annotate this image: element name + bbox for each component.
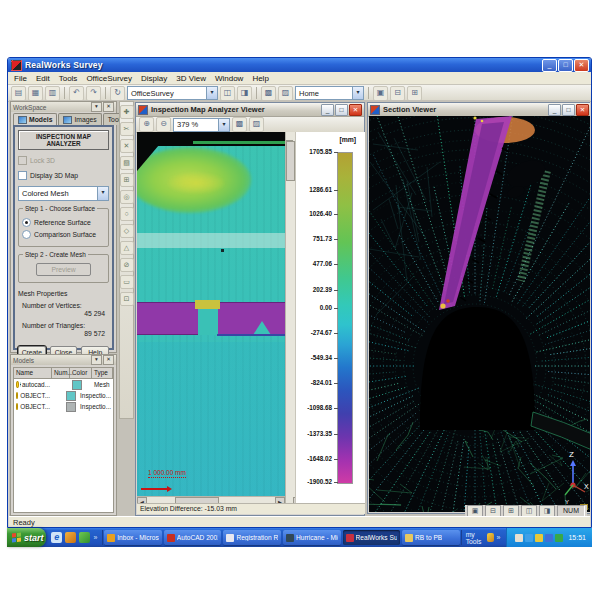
triangle-tool-icon[interactable]: △ [120, 241, 134, 255]
cascade-icon[interactable]: ▣ [373, 86, 388, 101]
maximize-icon[interactable]: □ [562, 104, 575, 116]
quick-launch-icon[interactable] [79, 532, 90, 543]
visibility-bulb-icon[interactable] [16, 381, 19, 388]
select-icon[interactable]: ✚ [120, 105, 134, 119]
table-row[interactable]: OBJECT... Inspectio... [14, 401, 113, 412]
target-icon[interactable]: ◎ [120, 190, 134, 204]
inspection-heatmap-canvas[interactable]: 1 000.00 mm [137, 132, 285, 496]
minimize-icon[interactable]: _ [548, 104, 561, 116]
map-flip-icon[interactable]: ▨ [278, 86, 293, 101]
scrollbar-thumb[interactable] [286, 141, 295, 181]
menu-edit[interactable]: Edit [36, 74, 50, 83]
maximize-icon[interactable]: □ [558, 59, 573, 72]
open-icon[interactable]: ▤ [11, 86, 26, 101]
map-viewer-titlebar[interactable]: Inspection Map Analyzer Viewer _ □ ✕ [136, 103, 364, 117]
tray-icon[interactable] [545, 534, 553, 542]
fit-grid-icon[interactable]: ⊞ [120, 173, 134, 187]
column-name[interactable]: Name [14, 368, 52, 378]
undo-icon[interactable]: ↶ [69, 86, 84, 101]
maximize-icon[interactable]: □ [335, 104, 348, 116]
tile-h-icon[interactable]: ⊟ [390, 86, 405, 101]
tray-icon[interactable] [525, 534, 533, 542]
close-icon[interactable]: ✕ [103, 102, 114, 112]
table-row[interactable]: OBJECT... Inspectio... [14, 390, 113, 401]
diamond-tool-icon[interactable]: ◇ [120, 224, 134, 238]
cut-icon[interactable]: ✂ [120, 122, 134, 136]
refresh-icon[interactable]: ↻ [110, 86, 125, 101]
view-b-icon[interactable]: ◨ [237, 86, 252, 101]
minimize-icon[interactable]: _ [321, 104, 334, 116]
close-icon[interactable]: ✕ [349, 104, 362, 116]
section-viewer-titlebar[interactable]: Section Viewer _ □ ✕ [368, 103, 590, 117]
vertical-scrollbar[interactable]: ▲ ▼ [285, 132, 295, 506]
menu-3dview[interactable]: 3D View [176, 74, 206, 83]
column-num[interactable]: Num... [52, 368, 70, 378]
radio-icon[interactable] [22, 230, 31, 239]
save-icon[interactable]: ▦ [28, 86, 43, 101]
segment-icon[interactable]: ▧ [120, 156, 134, 170]
map-mode-icon[interactable]: ▩ [232, 117, 247, 132]
menu-display[interactable]: Display [141, 74, 167, 83]
comparison-surface-radio[interactable]: Comparison Surface [22, 230, 105, 239]
chevron-down-icon[interactable]: ▾ [206, 87, 217, 99]
officesurvey-combo[interactable]: OfficeSurvey ▾ [127, 86, 218, 100]
tray-icon[interactable] [515, 534, 523, 542]
radio-icon[interactable] [22, 218, 31, 227]
menu-file[interactable]: File [14, 74, 27, 83]
reference-surface-radio[interactable]: Reference Surface [22, 218, 105, 227]
tab-images[interactable]: Images [58, 113, 101, 125]
close-icon[interactable]: ✕ [574, 59, 589, 72]
view-a-icon[interactable]: ◫ [220, 86, 235, 101]
visibility-bulb-icon[interactable] [16, 403, 18, 410]
chevron-down-icon[interactable]: ▾ [97, 187, 108, 200]
overflow-chevron-icon[interactable]: » [497, 534, 501, 541]
delete-icon[interactable]: ✕ [120, 139, 134, 153]
display-3d-map-checkbox[interactable]: Display 3D Map [18, 171, 109, 180]
column-color[interactable]: Color [70, 368, 92, 378]
menu-window[interactable]: Window [215, 74, 243, 83]
chevron-down-icon[interactable]: ▾ [352, 87, 363, 99]
eye-icon[interactable] [20, 382, 21, 387]
chevron-down-icon[interactable]: ▾ [91, 102, 102, 112]
checkbox-icon[interactable] [18, 171, 27, 180]
map-flip-icon[interactable]: ▨ [249, 117, 264, 132]
ie-icon[interactable]: e [51, 532, 62, 543]
mesh-type-select[interactable]: Colored Mesh ▾ [18, 186, 109, 201]
zoom-level-combo[interactable]: 379 % ▾ [173, 118, 230, 132]
close-icon[interactable]: ✕ [576, 104, 589, 116]
taskbar-task-registration[interactable]: Registration Rep... [223, 530, 281, 545]
taskbar-task-autocad[interactable]: AutoCAD 2002 [164, 530, 222, 545]
tab-models[interactable]: Models [13, 113, 57, 125]
minimize-icon[interactable]: _ [542, 59, 557, 72]
zoom-out-icon[interactable]: ⊖ [156, 117, 171, 132]
chevron-down-icon[interactable]: ▾ [91, 355, 102, 365]
redo-icon[interactable]: ↷ [86, 86, 101, 101]
taskbar-task-hurricane[interactable]: Hurricane - Micro... [283, 530, 341, 545]
slash-tool-icon[interactable]: ⊘ [120, 258, 134, 272]
taskbar-task-rbtopb[interactable]: RB to PB [402, 530, 460, 545]
tile-v-icon[interactable]: ⊞ [407, 86, 422, 101]
home-combo[interactable]: Home ▾ [295, 86, 364, 100]
close-icon[interactable]: ✕ [103, 355, 114, 365]
circle-tool-icon[interactable]: ○ [120, 207, 134, 221]
menu-help[interactable]: Help [252, 74, 268, 83]
title-bar[interactable]: RealWorks Survey _ □ ✕ [8, 58, 591, 72]
sample-tool-icon[interactable]: ⊡ [120, 292, 134, 306]
my-tools-toolbar[interactable]: my Tools » [461, 530, 505, 545]
plane-tool-icon[interactable]: ▭ [120, 275, 134, 289]
column-type[interactable]: Type [92, 368, 113, 378]
visibility-bulb-icon[interactable] [16, 392, 18, 399]
table-row[interactable]: autocad... Mesh [14, 379, 113, 390]
menu-officesurvey[interactable]: OfficeSurvey [86, 74, 132, 83]
print-icon[interactable]: ▥ [45, 86, 60, 101]
taskbar-task-realworks[interactable]: RealWorks Survey [343, 530, 401, 545]
chevron-down-icon[interactable]: ▾ [218, 119, 229, 131]
section-3d-canvas[interactable]: Z X Y [369, 116, 590, 512]
menu-tools[interactable]: Tools [59, 74, 78, 83]
map-mode-icon[interactable]: ▩ [261, 86, 276, 101]
taskbar-task-inbox[interactable]: Inbox - Microsof... [104, 530, 162, 545]
tray-icon[interactable] [535, 534, 543, 542]
start-button[interactable]: start [7, 528, 46, 547]
quick-launch-icon[interactable] [65, 532, 76, 543]
zoom-in-icon[interactable]: ⊕ [139, 117, 154, 132]
